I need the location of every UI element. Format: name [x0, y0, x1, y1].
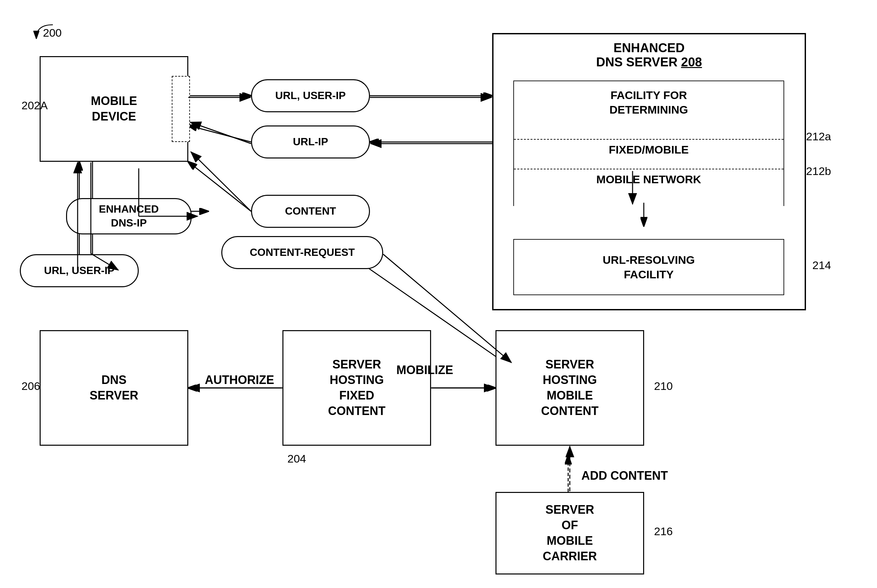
server-mobile-carrier-label: SERVEROFMOBILECARRIER: [543, 502, 597, 564]
content-request-pill: CONTENT-REQUEST: [221, 236, 383, 269]
mobile-device-label: MOBILEDEVICE: [91, 93, 137, 124]
server-hosting-mobile-box: SERVERHOSTINGMOBILECONTENT: [496, 330, 644, 446]
server-mobile-carrier-ref: 216: [654, 525, 673, 538]
mobile-device-box: MOBILEDEVICE: [40, 56, 188, 162]
ref-212b: 212b: [806, 165, 831, 178]
enhanced-dns-server-box: ENHANCEDDNS SERVER 208 FACILITY FORDETER…: [492, 33, 806, 310]
facility-label: FACILITY FORDETERMINING: [514, 88, 784, 117]
server-hosting-mobile-label: SERVERHOSTINGMOBILECONTENT: [541, 357, 599, 418]
ref-arrow: [33, 21, 60, 41]
svg-line-6: [188, 162, 251, 211]
server-hosting-fixed-box: SERVERHOSTINGFIXEDCONTENT: [282, 330, 431, 446]
enhanced-dns-server-title: ENHANCEDDNS SERVER 208: [494, 41, 805, 69]
svg-line-5: [188, 126, 251, 142]
dashed-sep-2: [514, 169, 784, 170]
svg-line-23: [190, 122, 251, 144]
add-content-label: ADD CONTENT: [581, 469, 668, 483]
url-resolving-label: URL-RESOLVINGFACILITY: [603, 253, 695, 282]
url-user-ip-pill-top: URL, USER-IP: [251, 79, 370, 112]
dns-server-box: DNSSERVER: [40, 330, 188, 446]
content-pill: CONTENT: [251, 195, 370, 228]
svg-line-24: [191, 152, 251, 211]
inner-arrow: [639, 203, 649, 232]
url-ip-pill: URL-IP: [251, 126, 370, 159]
dns-server-ref: 206: [21, 380, 40, 393]
mobile-network-label: MOBILE NETWORK: [514, 172, 784, 186]
authorize-label: AUTHORIZE: [205, 373, 274, 387]
server-hosting-mobile-ref: 210: [654, 380, 673, 393]
url-resolving-box: URL-RESOLVINGFACILITY: [513, 239, 784, 295]
server-hosting-fixed-ref: 204: [287, 452, 306, 465]
facility-determining-box: FACILITY FORDETERMINING FIXED/MOBILE MOB…: [513, 81, 784, 206]
ref-212a: 212a: [806, 130, 831, 143]
url-user-ip-pill-bottom: URL, USER-IP: [20, 254, 139, 287]
dns-server-label: DNSSERVER: [90, 372, 138, 404]
server-mobile-carrier-box: SERVEROFMOBILECARRIER: [496, 492, 644, 574]
mobile-device-subbox: [172, 76, 190, 142]
fixed-mobile-label: FIXED/MOBILE: [514, 142, 784, 157]
mobilize-label: MOBILIZE: [396, 363, 453, 377]
dashed-sep-1: [514, 139, 784, 140]
diagram: 200 MOBILEDEVICE 202A URL, USER-IP URL-I…: [0, 0, 877, 588]
ref-214: 214: [812, 259, 831, 272]
mobile-device-ref: 202A: [21, 99, 48, 112]
server-hosting-fixed-label: SERVERHOSTINGFIXEDCONTENT: [328, 357, 386, 418]
enhanced-dns-ip-pill: ENHANCEDDNS-IP: [66, 198, 192, 234]
